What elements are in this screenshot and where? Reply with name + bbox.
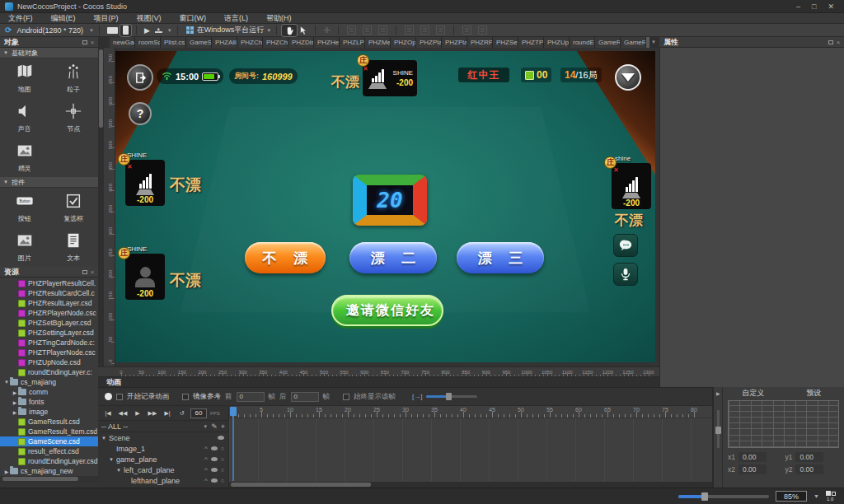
publish-button[interactable]: ▲ [152, 25, 165, 36]
tree-item-4[interactable]: PHZSetBgLayer.csd [0, 318, 98, 328]
document-tab-13[interactable]: PHZPla [442, 37, 467, 48]
float-panel-icon[interactable] [828, 40, 833, 44]
visibility-icon[interactable] [211, 446, 218, 450]
tree-item-10[interactable]: ▼cs_majiang [0, 377, 98, 387]
tree-item-9[interactable]: roundEndingLayer.c: [0, 367, 98, 377]
palette-item-audio[interactable]: 声音 [0, 98, 49, 138]
voice-button[interactable] [613, 263, 638, 286]
filter-dropdown-arrow-icon[interactable]: ▼ [203, 424, 208, 429]
close-button[interactable]: ✕ [828, 2, 834, 11]
tree-item-18[interactable]: roundEndingLayer.csd [0, 456, 98, 466]
help-button[interactable]: ? [129, 102, 152, 125]
tab-overflow-icon[interactable]: ▼ [651, 40, 656, 44]
curve-vertical-slider[interactable] [715, 427, 721, 434]
palette-item-particle[interactable]: 粒子 [49, 58, 99, 98]
visibility-icon[interactable] [211, 457, 218, 461]
document-tab-1[interactable]: roomSc [135, 37, 161, 48]
section-header-1[interactable]: ▼控件 [0, 177, 98, 188]
duplicate-icon[interactable] [378, 26, 387, 35]
tree-expand-icon[interactable]: ▶ [12, 390, 18, 395]
palette-item-text[interactable]: 文本 [49, 227, 99, 267]
go-first-frame-button[interactable]: |◀ [101, 410, 115, 417]
float-panel-icon[interactable] [82, 40, 87, 44]
tree-item-14[interactable]: GameResult.csd [0, 417, 98, 427]
curve-field-value[interactable]: 0.00 [738, 452, 767, 462]
minimize-button[interactable]: – [796, 2, 800, 11]
document-tab-active[interactable]: Game× [646, 37, 649, 48]
palette-item-sprite[interactable]: 精灵 [0, 138, 49, 177]
curve-field-value[interactable]: 0.00 [795, 452, 823, 462]
curve-grid[interactable] [728, 400, 839, 448]
playhead[interactable] [230, 407, 237, 416]
paste-icon[interactable] [363, 26, 372, 35]
collapse-panel-icon[interactable]: ▶ [716, 390, 720, 396]
edit-animation-icon[interactable]: ✎ [211, 422, 218, 431]
document-tab-10[interactable]: PHZMe [365, 37, 391, 48]
after-frames-input[interactable]: 0 [291, 392, 319, 402]
tree-item-8[interactable]: PHZUpNode.csd [0, 357, 98, 367]
menu-item-4[interactable]: 窗口(W) [180, 13, 207, 24]
mirror-checkbox[interactable] [182, 394, 189, 400]
record-icon[interactable] [105, 393, 112, 400]
document-tab-6[interactable]: PHZChi [263, 37, 288, 48]
distribute-icon[interactable] [478, 26, 487, 35]
loop-button[interactable]: ↺ [176, 410, 189, 417]
device-selector[interactable]: Android(1280 * 720) [16, 26, 83, 35]
visibility-icon[interactable] [218, 436, 224, 440]
float-three-button[interactable]: 漂 三 [457, 242, 544, 273]
group-icon[interactable] [462, 26, 471, 35]
curve-field-value[interactable]: 0.00 [795, 464, 823, 474]
tree-expand-icon[interactable]: ▶ [12, 399, 18, 405]
menu-item-2[interactable]: 项目(P) [94, 13, 119, 24]
publish-dropdown-arrow-icon[interactable]: ▼ [167, 28, 172, 33]
move-tool-icon[interactable]: ✛ [323, 26, 330, 35]
zoom-dropdown-arrow-icon[interactable]: ▼ [814, 493, 819, 499]
menu-item-0[interactable]: 文件(F) [8, 13, 33, 24]
document-tab-0[interactable]: newGar [110, 37, 135, 48]
menu-item-5[interactable]: 语言(L) [224, 13, 248, 24]
timeline-track-left_card_plane[interactable]: ▼left_card_plane^○ [98, 464, 228, 475]
menu-item-1[interactable]: 编辑(E) [51, 13, 76, 24]
tree-expand-icon[interactable]: ▶ [3, 469, 10, 474]
tab-animation[interactable]: 动画 [106, 377, 121, 388]
document-tab-3[interactable]: GameSc [186, 37, 212, 48]
exit-room-button[interactable] [127, 64, 153, 91]
player-top[interactable]: ✕ SHINE -200 庄 [363, 60, 417, 96]
canvas-vertical-scrollbar[interactable] [98, 48, 104, 366]
play-animation-button[interactable]: ▶ [131, 410, 144, 417]
zoom-slider[interactable] [678, 495, 769, 498]
tree-expand-icon[interactable]: ▶ [12, 409, 18, 415]
onion-range-slider[interactable] [426, 395, 477, 398]
run-platform-selector[interactable]: 在Windows平台运行 [197, 25, 265, 35]
animation-filter-select[interactable]: -- ALL -- [101, 422, 197, 431]
tree-expand-icon[interactable]: ▼ [109, 457, 116, 462]
palette-item-checkbox[interactable]: 复选框 [49, 188, 99, 227]
zoom-level-input[interactable]: 85% [776, 491, 807, 502]
actual-size-icon[interactable]: 1.0 [826, 491, 837, 502]
chat-button[interactable] [613, 234, 638, 257]
lock-icon[interactable]: ○ [221, 478, 224, 483]
document-tab-17[interactable]: PHZUpl [544, 37, 570, 48]
section-header-0[interactable]: ▼基础对象 [0, 48, 98, 58]
document-tab-5[interactable]: PHZChi [237, 37, 263, 48]
tree-expand-icon[interactable]: ▼ [101, 436, 109, 441]
close-panel-icon[interactable]: × [91, 40, 94, 45]
document-tab-2[interactable]: Plist.cs [161, 37, 186, 48]
tree-item-12[interactable]: ▶fonts [0, 397, 98, 407]
landscape-orientation-button[interactable] [105, 25, 120, 36]
document-tab-16[interactable]: PHZTPl [518, 37, 544, 48]
tree-item-3[interactable]: PHZRPlayerNode.csc [0, 308, 98, 318]
document-tab-8[interactable]: PHZHe [314, 37, 340, 48]
record-checkbox[interactable] [116, 394, 123, 400]
tree-item-7[interactable]: PHZTPlayerNode.csc [0, 348, 98, 357]
step-forward-button[interactable]: ▶▶ [146, 410, 159, 417]
palette-item-button[interactable]: Button按钮 [0, 188, 49, 227]
tree-expand-icon[interactable]: ▼ [3, 380, 10, 385]
tree-item-5[interactable]: PHZSettingLayer.csd [0, 328, 98, 338]
close-panel-icon[interactable]: × [837, 40, 840, 45]
lock-icon[interactable]: ○ [221, 446, 224, 451]
document-tab-15[interactable]: PHZSet [493, 37, 518, 48]
lock-icon[interactable]: ○ [221, 456, 224, 462]
tab-preset[interactable]: 预设 [784, 388, 844, 399]
move-up-icon[interactable]: ^ [204, 457, 208, 461]
